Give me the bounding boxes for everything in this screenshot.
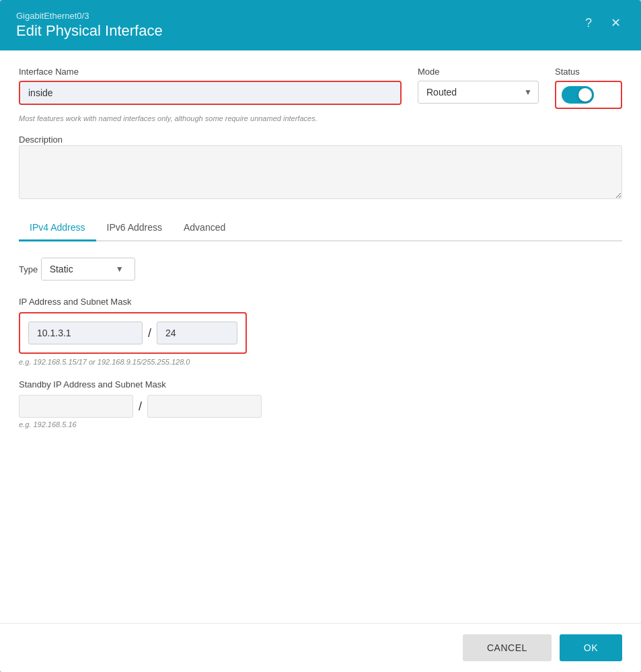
tab-advanced[interactable]: Advanced (173, 215, 236, 241)
ip-address-input[interactable] (28, 322, 143, 344)
header-actions: ? ✕ (579, 13, 625, 32)
type-label: Type (19, 264, 38, 274)
description-label: Description (19, 135, 63, 145)
close-button[interactable]: ✕ (606, 13, 625, 32)
ok-button[interactable]: OK (560, 634, 622, 661)
type-section: Type Static DHCP PPPoE ▼ (19, 258, 622, 281)
interface-name-group: Interface Name (19, 67, 402, 109)
mode-group: Mode Routed Switched Passive ▼ (418, 67, 539, 109)
description-textarea[interactable] (19, 145, 622, 199)
dialog-footer: CANCEL OK (0, 623, 641, 672)
ip-address-label: IP Address and Subnet Mask (19, 297, 622, 307)
ip-address-hint: e.g. 192.168.5.15/17 or 192.168.9.15/255… (19, 358, 622, 366)
dialog-titles: GigabitEthernet0/3 Edit Physical Interfa… (16, 11, 163, 40)
cancel-button[interactable]: CANCEL (463, 634, 552, 661)
interface-name-highlight-box (19, 81, 402, 105)
dialog-title: Edit Physical Interface (16, 22, 163, 40)
mode-select-wrapper: Routed Switched Passive ▼ (418, 81, 539, 104)
standby-ip-section: Standby IP Address and Subnet Mask / e.g… (19, 379, 622, 428)
ip-address-section: IP Address and Subnet Mask / e.g. 192.16… (19, 297, 622, 366)
edit-physical-interface-dialog: GigabitEthernet0/3 Edit Physical Interfa… (0, 0, 641, 672)
dialog-body: Interface Name Mode Routed Switched Pass… (0, 50, 641, 623)
type-select-wrapper: Static DHCP PPPoE ▼ (41, 258, 135, 281)
type-select[interactable]: Static DHCP PPPoE (42, 258, 116, 280)
tab-ipv4[interactable]: IPv4 Address (19, 215, 96, 241)
standby-inputs-row: / (19, 395, 622, 418)
standby-ip-hint: e.g. 192.168.5.16 (19, 420, 622, 428)
ipv4-tab-content: Type Static DHCP PPPoE ▼ IP Address and … (19, 258, 622, 428)
interface-name-label: Interface Name (19, 67, 402, 77)
standby-ip-input[interactable] (19, 395, 133, 418)
status-toggle[interactable] (562, 86, 594, 104)
dialog-header: GigabitEthernet0/3 Edit Physical Interfa… (0, 0, 641, 50)
standby-ip-label: Standby IP Address and Subnet Mask (19, 379, 622, 389)
standby-ip-separator: / (139, 400, 142, 414)
ip-address-highlight-box: / (19, 312, 247, 354)
subnet-mask-input[interactable] (157, 322, 237, 344)
toggle-slider (562, 86, 594, 104)
dialog-subtitle: GigabitEthernet0/3 (16, 11, 163, 21)
tabs-bar: IPv4 Address IPv6 Address Advanced (19, 215, 622, 241)
mode-label: Mode (418, 67, 539, 77)
interface-name-input[interactable] (20, 82, 400, 104)
mode-select[interactable]: Routed Switched Passive (418, 81, 539, 104)
top-form-row: Interface Name Mode Routed Switched Pass… (19, 67, 622, 109)
type-select-arrow-icon: ▼ (116, 259, 129, 279)
status-group: Status (555, 67, 622, 109)
tab-ipv6[interactable]: IPv6 Address (96, 215, 174, 241)
help-icon: ? (585, 16, 592, 30)
close-icon: ✕ (611, 15, 621, 30)
standby-subnet-input[interactable] (147, 395, 262, 418)
ip-separator: / (148, 326, 151, 340)
description-group: Description (19, 133, 622, 202)
status-label: Status (555, 67, 622, 77)
status-highlight-box (555, 81, 622, 109)
interface-hint-text: Most features work with named interfaces… (19, 114, 622, 122)
help-button[interactable]: ? (579, 13, 598, 32)
